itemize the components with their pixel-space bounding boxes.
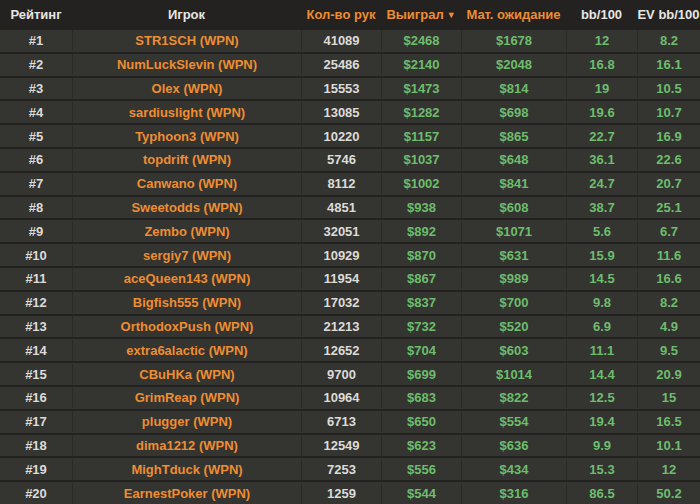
table-row: #5 Typhoon3 (WPN) 10220 $1157 $865 22.7 … — [0, 123, 700, 147]
table-row: #6 topdrift (WPN) 5746 $1037 $648 36.1 2… — [0, 147, 700, 171]
column-header-won-label: Выиграл — [386, 7, 443, 22]
hands-cell: 5746 — [301, 149, 381, 170]
evbb100-cell: 9.5 — [637, 340, 700, 361]
bb100-cell: 19.6 — [566, 102, 637, 123]
ev-usd-cell: $554 — [461, 411, 566, 432]
won-cell: $870 — [381, 245, 461, 266]
player-name-link[interactable]: sardiuslight (WPN) — [72, 102, 301, 123]
ev-usd-cell: $2048 — [461, 54, 566, 75]
evbb100-cell: 10.1 — [637, 435, 700, 456]
column-header-hands[interactable]: Кол-во рук — [301, 7, 381, 22]
player-name-link[interactable]: Typhoon3 (WPN) — [72, 126, 301, 147]
player-name-link[interactable]: Bigfish555 (WPN) — [72, 292, 301, 313]
table-row: #19 MighTduck (WPN) 7253 $556 $434 15.3 … — [0, 456, 700, 480]
player-name-link[interactable]: Sweetodds (WPN) — [72, 197, 301, 218]
ev-usd-cell: $698 — [461, 102, 566, 123]
rank-cell: #11 — [0, 268, 72, 289]
player-name-link[interactable]: topdrift (WPN) — [72, 149, 301, 170]
hands-cell: 1259 — [301, 483, 381, 504]
won-cell: $867 — [381, 268, 461, 289]
player-name-link[interactable]: plugger (WPN) — [72, 411, 301, 432]
evbb100-cell: 20.9 — [637, 364, 700, 385]
column-header-won[interactable]: Выиграл▼ — [381, 7, 461, 22]
player-name-link[interactable]: GrimReap (WPN) — [72, 387, 301, 408]
table-row: #16 GrimReap (WPN) 10964 $683 $822 12.5 … — [0, 385, 700, 409]
player-name-link[interactable]: NumLuckSlevin (WPN) — [72, 54, 301, 75]
rank-cell: #14 — [0, 340, 72, 361]
won-cell: $1002 — [381, 173, 461, 194]
won-cell: $1157 — [381, 126, 461, 147]
bb100-cell: 14.5 — [566, 268, 637, 289]
ev-usd-cell: $989 — [461, 268, 566, 289]
bb100-cell: 16.8 — [566, 54, 637, 75]
ev-usd-cell: $608 — [461, 197, 566, 218]
column-header-ev-bb100[interactable]: EV bb/100 — [637, 7, 700, 22]
player-name-link[interactable]: EarnestPoker (WPN) — [72, 483, 301, 504]
player-name-link[interactable]: MighTduck (WPN) — [72, 459, 301, 480]
hands-cell: 32051 — [301, 221, 381, 242]
table-row: #10 sergiy7 (WPN) 10929 $870 $631 15.9 1… — [0, 242, 700, 266]
hands-cell: 21213 — [301, 316, 381, 337]
bb100-cell: 22.7 — [566, 126, 637, 147]
ev-usd-cell: $865 — [461, 126, 566, 147]
ev-usd-cell: $1071 — [461, 221, 566, 242]
player-name-link[interactable]: OrthodoxPush (WPN) — [72, 316, 301, 337]
table-row: #18 dima1212 (WPN) 12549 $623 $636 9.9 1… — [0, 433, 700, 457]
evbb100-cell: 12 — [637, 459, 700, 480]
hands-cell: 10929 — [301, 245, 381, 266]
table-header-row: Рейтинг Игрок Кол-во рук Выиграл▼ Мат. о… — [0, 0, 700, 28]
rank-cell: #12 — [0, 292, 72, 313]
rank-cell: #16 — [0, 387, 72, 408]
column-header-rank[interactable]: Рейтинг — [0, 7, 72, 22]
player-name-link[interactable]: sergiy7 (WPN) — [72, 245, 301, 266]
player-name-link[interactable]: aceQueen143 (WPN) — [72, 268, 301, 289]
evbb100-cell: 8.2 — [637, 30, 700, 51]
bb100-cell: 12 — [566, 30, 637, 51]
player-name-link[interactable]: STR1SCH (WPN) — [72, 30, 301, 51]
column-header-ev-usd[interactable]: Мат. ожидание — [461, 7, 566, 22]
table-row: #15 CBuHKa (WPN) 9700 $699 $1014 14.4 20… — [0, 361, 700, 385]
player-name-link[interactable]: Zembo (WPN) — [72, 221, 301, 242]
rank-cell: #13 — [0, 316, 72, 337]
won-cell: $704 — [381, 340, 461, 361]
ev-usd-cell: $822 — [461, 387, 566, 408]
player-name-link[interactable]: Olex (WPN) — [72, 78, 301, 99]
bb100-cell: 11.1 — [566, 340, 637, 361]
hands-cell: 12549 — [301, 435, 381, 456]
evbb100-cell: 16.5 — [637, 411, 700, 432]
ev-usd-cell: $316 — [461, 483, 566, 504]
hands-cell: 9700 — [301, 364, 381, 385]
evbb100-cell: 20.7 — [637, 173, 700, 194]
evbb100-cell: 22.6 — [637, 149, 700, 170]
won-cell: $837 — [381, 292, 461, 313]
bb100-cell: 9.9 — [566, 435, 637, 456]
column-header-bb100[interactable]: bb/100 — [566, 7, 637, 22]
bb100-cell: 5.6 — [566, 221, 637, 242]
rank-cell: #9 — [0, 221, 72, 242]
hands-cell: 10220 — [301, 126, 381, 147]
ev-usd-cell: $603 — [461, 340, 566, 361]
player-name-link[interactable]: CBuHKa (WPN) — [72, 364, 301, 385]
player-name-link[interactable]: extra6alactic (WPN) — [72, 340, 301, 361]
player-name-link[interactable]: dima1212 (WPN) — [72, 435, 301, 456]
bb100-cell: 86.5 — [566, 483, 637, 504]
rank-cell: #1 — [0, 30, 72, 51]
column-header-player[interactable]: Игрок — [72, 7, 301, 22]
bb100-cell: 38.7 — [566, 197, 637, 218]
hands-cell: 10964 — [301, 387, 381, 408]
bb100-cell: 36.1 — [566, 149, 637, 170]
player-name-link[interactable]: Canwano (WPN) — [72, 173, 301, 194]
hands-cell: 7253 — [301, 459, 381, 480]
won-cell: $2468 — [381, 30, 461, 51]
rank-cell: #8 — [0, 197, 72, 218]
bb100-cell: 6.9 — [566, 316, 637, 337]
won-cell: $623 — [381, 435, 461, 456]
won-cell: $544 — [381, 483, 461, 504]
rank-cell: #5 — [0, 126, 72, 147]
table-row: #9 Zembo (WPN) 32051 $892 $1071 5.6 6.7 — [0, 218, 700, 242]
ev-usd-cell: $520 — [461, 316, 566, 337]
table-row: #3 Olex (WPN) 15553 $1473 $814 19 10.5 — [0, 76, 700, 100]
won-cell: $699 — [381, 364, 461, 385]
table-body: #1 STR1SCH (WPN) 41089 $2468 $1678 12 8.… — [0, 28, 700, 504]
table-row: #14 extra6alactic (WPN) 12652 $704 $603 … — [0, 337, 700, 361]
